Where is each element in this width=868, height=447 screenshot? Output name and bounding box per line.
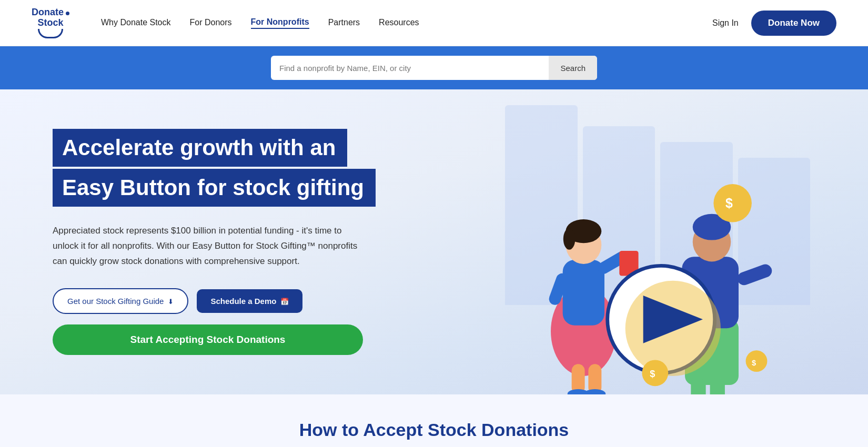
- nav-right: Sign In Donate Now: [712, 11, 836, 36]
- svg-text:$: $: [650, 369, 655, 379]
- calendar-icon: [280, 297, 289, 306]
- donate-now-button[interactable]: Donate Now: [751, 11, 836, 36]
- section-title: How to Accept Stock Donations: [11, 420, 857, 440]
- svg-point-29: [746, 350, 768, 372]
- start-accepting-button[interactable]: Start Accepting Stock Donations: [53, 324, 363, 355]
- svg-text:$: $: [725, 196, 733, 210]
- navbar: Donate Stock Why Donate Stock For Donors…: [0, 0, 868, 46]
- hero-left: Accelerate growth with an Easy Button fo…: [0, 89, 452, 394]
- hero-headline-2: Easy Button for stock gifting: [53, 169, 376, 207]
- svg-rect-19: [710, 378, 725, 394]
- logo-text-stock: Stock: [37, 18, 63, 28]
- svg-rect-17: [735, 262, 773, 287]
- hero-right: $ $ $: [452, 89, 810, 394]
- nav-for-nonprofits[interactable]: For Nonprofits: [251, 17, 309, 29]
- nav-resources[interactable]: Resources: [379, 18, 419, 28]
- search-input[interactable]: [271, 64, 549, 73]
- search-input-wrap: Search: [271, 56, 597, 80]
- nav-why-donate-stock[interactable]: Why Donate Stock: [101, 18, 171, 28]
- sign-in-link[interactable]: Sign In: [712, 18, 739, 28]
- search-bar: Search: [0, 46, 868, 89]
- logo[interactable]: Donate Stock: [32, 7, 69, 39]
- svg-rect-18: [691, 378, 705, 394]
- svg-point-27: [642, 360, 668, 386]
- nav-links: Why Donate Stock For Donors For Nonprofi…: [101, 17, 712, 29]
- schedule-demo-button[interactable]: Schedule a Demo: [197, 289, 302, 313]
- svg-text:$: $: [752, 359, 756, 367]
- hero-headline-1: Accelerate growth with an: [53, 129, 347, 167]
- svg-point-11: [584, 389, 605, 394]
- hero-buttons-row: Get our Stock Gifting Guide Schedule a D…: [53, 288, 452, 314]
- download-icon: [168, 297, 174, 306]
- search-button[interactable]: Search: [549, 56, 597, 80]
- hero-illustration[interactable]: $ $ $: [452, 89, 810, 394]
- nav-partners[interactable]: Partners: [328, 18, 360, 28]
- hero-section: Accelerate growth with an Easy Button fo…: [0, 89, 868, 394]
- hero-subtext: Appreciated stock represents $100 billio…: [53, 224, 358, 269]
- get-guide-button[interactable]: Get our Stock Gifting Guide: [53, 288, 188, 314]
- logo-text-donate: Donate: [32, 7, 64, 18]
- logo-smile: [38, 29, 63, 38]
- section-title-wrap: How to Accept Stock Donations: [0, 394, 868, 447]
- logo-dot: [66, 12, 69, 15]
- nav-for-donors[interactable]: For Donors: [190, 18, 232, 28]
- svg-point-4: [563, 228, 576, 250]
